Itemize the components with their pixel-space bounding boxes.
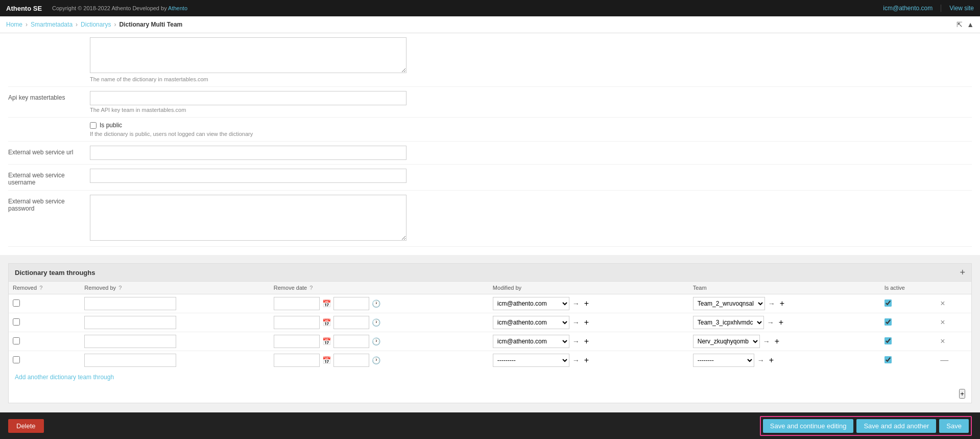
team-select-1[interactable]: Team_3_icpxhlvmdc: [693, 316, 764, 329]
team-group-1: Team_3_icpxhlvmdc → +: [693, 316, 876, 329]
top-navigation: Athento SE Copyright © 2018-2022 Athento…: [0, 0, 980, 16]
external-url-input[interactable]: [90, 146, 407, 160]
breadcrumb-sep-1: ›: [26, 21, 28, 28]
user-email-link[interactable]: icm@athento.com: [883, 5, 933, 12]
save-add-another-button[interactable]: Save and add another: [856, 419, 936, 433]
remove-time-input-3[interactable]: [333, 354, 369, 367]
api-key-input[interactable]: [90, 91, 407, 105]
is-active-checkbox-1[interactable]: [885, 318, 892, 326]
name-help-text: The name of the dictionary in mastertabl…: [90, 76, 972, 82]
modified-by-select-0[interactable]: icm@athento.com: [493, 297, 569, 310]
calendar-icon-3[interactable]: 📅: [321, 356, 332, 364]
remove-time-input-0[interactable]: [333, 297, 369, 310]
calendar-icon-0[interactable]: 📅: [321, 299, 332, 308]
team-select-0[interactable]: Team_2_wruvoqnsal: [693, 297, 765, 310]
external-password-field: [90, 195, 972, 242]
removed-by-input-0[interactable]: [84, 297, 176, 310]
team-add-2[interactable]: +: [773, 337, 781, 345]
breadcrumb-current: Dictionary Multi Team: [119, 21, 182, 28]
removed-checkbox-0[interactable]: [13, 299, 20, 307]
remove-time-input-1[interactable]: [333, 316, 369, 329]
add-another-row-link[interactable]: Add another dictionary team through: [15, 374, 114, 381]
cell-removed-by-1: [80, 313, 269, 332]
breadcrumb-actions: ⇱ ▲: [957, 20, 974, 29]
external-url-field: [90, 146, 972, 160]
modified-by-add-1[interactable]: +: [583, 318, 590, 327]
remove-date-input-2[interactable]: [274, 335, 320, 348]
collapse-icon[interactable]: ⇱: [957, 20, 963, 29]
modified-by-add-0[interactable]: +: [583, 299, 590, 308]
team-select-2[interactable]: Nerv_zkuqhyqomb: [693, 335, 760, 348]
clock-icon-0[interactable]: 🕐: [371, 299, 381, 308]
cell-delete-2: ×: [935, 332, 971, 351]
save-continue-button[interactable]: Save and continue editing: [763, 419, 854, 433]
name-textarea[interactable]: [90, 37, 407, 73]
delete-row-button-2[interactable]: ×: [939, 337, 946, 345]
cell-modified-by-1: icm@athento.com → +: [489, 313, 689, 332]
modified-by-arrow-2[interactable]: →: [571, 337, 581, 345]
expand-icon[interactable]: ▲: [967, 20, 974, 29]
removed-by-input-3[interactable]: [84, 354, 176, 367]
external-password-textarea[interactable]: [90, 195, 407, 241]
team-group-3: -------- → +: [693, 354, 876, 367]
clock-icon-1[interactable]: 🕐: [371, 318, 381, 327]
is-active-checkbox-3[interactable]: [885, 356, 892, 363]
delete-row-button-3[interactable]: —: [939, 356, 950, 364]
remove-date-input-0[interactable]: [274, 297, 320, 310]
cell-removed-1: [9, 313, 80, 332]
cell-removed-0: [9, 294, 80, 313]
calendar-icon-1[interactable]: 📅: [321, 318, 332, 327]
removed-checkbox-1[interactable]: [13, 318, 20, 326]
modified-by-arrow-0[interactable]: →: [571, 299, 581, 308]
is-active-checkbox-2[interactable]: [885, 337, 892, 344]
breadcrumb-home[interactable]: Home: [6, 21, 22, 28]
table-header: Removed ? Removed by ? Remove date ? Mod…: [9, 282, 971, 294]
modified-by-select-2[interactable]: icm@athento.com: [493, 335, 569, 348]
modified-by-add-2[interactable]: +: [583, 337, 590, 345]
team-add-1[interactable]: +: [777, 318, 785, 327]
table-row: 📅 🕐 --------- icm@athento.com → + ------…: [9, 351, 971, 370]
modified-by-add-3[interactable]: +: [583, 356, 590, 364]
team-arrow-2[interactable]: →: [762, 337, 771, 345]
delete-row-button-0[interactable]: ×: [939, 299, 946, 308]
remove-date-group-1: 📅 🕐: [274, 316, 485, 329]
modified-by-select-3[interactable]: --------- icm@athento.com: [493, 354, 569, 367]
team-arrow-1[interactable]: →: [766, 318, 775, 327]
breadcrumb-smartmetadata[interactable]: Smartmetadata: [31, 21, 73, 28]
external-username-input[interactable]: [90, 169, 407, 183]
cell-removed-by-3: [80, 351, 269, 370]
external-url-row: External web service url: [8, 142, 972, 165]
delete-row-button-1[interactable]: ×: [939, 318, 946, 327]
modified-by-arrow-3[interactable]: →: [571, 356, 581, 364]
inline-section-add-top-button[interactable]: +: [960, 268, 965, 277]
delete-button[interactable]: Delete: [8, 419, 44, 433]
removed-checkbox-3[interactable]: [13, 356, 20, 363]
athento-link[interactable]: Athento: [168, 5, 187, 11]
team-select-3[interactable]: --------: [693, 354, 754, 367]
team-arrow-0[interactable]: →: [767, 299, 776, 308]
remove-date-input-1[interactable]: [274, 316, 320, 329]
table-body: 📅 🕐 icm@athento.com → + Team_2_wruvoqnsa…: [9, 294, 971, 370]
modified-by-arrow-1[interactable]: →: [571, 318, 581, 327]
is-active-checkbox-0[interactable]: [885, 299, 892, 307]
team-add-3[interactable]: +: [768, 356, 775, 364]
removed-checkbox-2[interactable]: [13, 337, 20, 344]
remove-date-input-3[interactable]: [274, 354, 320, 367]
team-add-0[interactable]: +: [778, 299, 786, 308]
is-public-checkbox[interactable]: [90, 122, 97, 129]
team-arrow-3[interactable]: →: [756, 356, 766, 364]
modified-by-group-1: icm@athento.com → +: [493, 316, 685, 329]
save-button[interactable]: Save: [939, 419, 969, 433]
removed-by-input-1[interactable]: [84, 316, 176, 329]
removed-by-input-2[interactable]: [84, 335, 176, 348]
view-site-link[interactable]: View site: [941, 5, 974, 12]
remove-time-input-2[interactable]: [333, 335, 369, 348]
inline-section-add-bottom-button[interactable]: +: [959, 389, 965, 399]
clock-icon-3[interactable]: 🕐: [371, 356, 381, 364]
breadcrumb-dictionarys[interactable]: Dictionarys: [81, 21, 111, 28]
th-actions: [935, 282, 971, 294]
calendar-icon-2[interactable]: 📅: [321, 337, 332, 345]
modified-by-select-1[interactable]: icm@athento.com: [493, 316, 569, 329]
bottom-toolbar: Delete Save and continue editing Save an…: [0, 412, 980, 439]
clock-icon-2[interactable]: 🕐: [371, 337, 381, 345]
